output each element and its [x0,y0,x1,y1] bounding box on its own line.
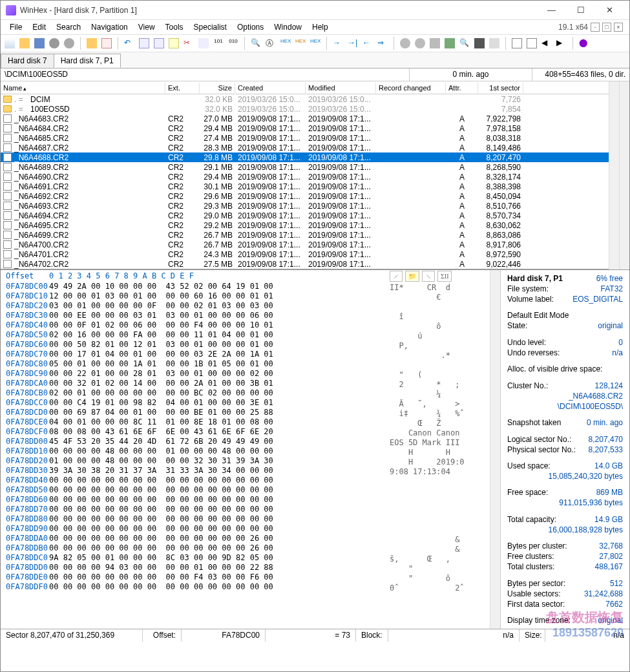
file-icon [3,211,12,220]
menu-file[interactable]: File [5,21,27,33]
disk2-icon[interactable] [64,38,74,48]
minimize-button[interactable]: — [537,1,566,20]
close-button[interactable]: ✕ [595,1,624,20]
panel1-icon[interactable] [512,38,522,48]
col-header[interactable]: Name [1,83,165,93]
menu-window[interactable]: Window [269,21,307,33]
menu-navigation[interactable]: Navigation [86,21,133,33]
menu-tools[interactable]: Tools [160,21,189,33]
file-table[interactable]: NameExt.SizeCreatedModifiedRecord change… [1,81,609,269]
fwd-icon[interactable]: ⇒ [377,38,388,48]
col-header[interactable]: 1st sector [478,83,523,93]
menu-specialist[interactable]: Specialist [189,21,232,33]
info-title: Hard disk 7, P1 [507,274,563,283]
table-row[interactable]: _N6A4700.CR2CR226.7 MB2019/09/08 17:1...… [1,240,609,249]
col-header[interactable]: Attr. [446,83,478,93]
file-icon [3,124,12,132]
hex2-icon[interactable]: 010 [228,38,238,48]
table-row[interactable]: _N6A4689.CR2CR229.1 MB2019/09/08 17:1...… [1,162,609,172]
clip-icon[interactable] [198,38,209,48]
table-row[interactable]: _N6A4693.CR2CR229.3 MB2019/09/08 17:1...… [1,201,609,211]
goto-end-icon[interactable]: →| [348,38,358,48]
nav-r-icon[interactable]: ▶ [556,38,567,48]
col-header[interactable]: Modified [306,83,376,93]
file-icon [3,221,12,229]
tab[interactable]: Hard disk 7 [1,54,54,68]
file-icon [3,114,12,123]
table-row[interactable]: . = 100EOS5D32.0 KB2019/03/26 15:0...201… [1,104,609,114]
menu-edit[interactable]: Edit [27,21,51,33]
hex-view[interactable]: Offset 0FA78DC000FA78DC100FA78DC200FA78D… [1,270,490,629]
file-icon [3,153,12,162]
hex10-icon[interactable]: 101 [213,38,224,48]
menu-help[interactable]: Help [307,21,333,33]
menu-view[interactable]: View [133,21,160,33]
findhex-icon[interactable]: HEX [280,38,291,48]
open-icon[interactable] [19,38,30,48]
statusbar: Sector 8,207,470 of 31,250,369 Offset: F… [1,629,629,642]
save-icon[interactable] [34,38,45,48]
goto-icon[interactable]: → [333,38,343,48]
panel2-icon[interactable] [527,38,537,48]
path-summary: 408+55=463 files, 0 dir. [532,68,629,81]
findhex2-icon[interactable]: HEX [295,38,306,48]
table-row[interactable]: _N6A4699.CR2CR226.7 MB2019/09/08 17:1...… [1,230,609,240]
table-row[interactable]: _N6A4684.CR2CR229.4 MB2019/09/08 17:1...… [1,123,609,133]
ascii-btn4[interactable]: ΣII [437,271,452,282]
table-header[interactable]: NameExt.SizeCreatedModifiedRecord change… [1,81,609,94]
hex-scrollbar[interactable] [490,270,500,629]
nav-l-icon[interactable]: ◀ [541,38,552,48]
table-row[interactable]: _N6A4692.CR2CR229.6 MB2019/09/08 17:1...… [1,191,609,201]
disk-b-icon[interactable] [415,38,425,48]
col-header[interactable]: Record changed [376,83,446,93]
disk-a-icon[interactable] [400,38,410,48]
ram-icon[interactable] [445,38,455,48]
back-icon[interactable]: ← [362,38,373,48]
folder-icon[interactable] [87,38,97,48]
findhex3-icon[interactable]: HEX [310,38,320,48]
table-row[interactable]: . = DCIM32.0 KB2019/03/26 15:0...2019/03… [1,94,609,104]
table-row[interactable]: _N6A4694.CR2CR229.0 MB2019/09/08 17:1...… [1,211,609,220]
mdi-min[interactable]: - [591,23,600,32]
undo-icon[interactable]: ↶ [124,38,134,48]
ascii-btn2[interactable]: 📁 [405,271,419,282]
menu-options[interactable]: Options [232,21,269,33]
window-title: WinHex - [Hard disk 7, Partition 1] [20,6,537,15]
table-row[interactable]: _N6A4690.CR2CR229.4 MB2019/09/08 17:1...… [1,172,609,182]
copy-icon[interactable] [139,38,149,48]
table-row[interactable]: _N6A4702.CR2CR227.5 MB2019/09/08 17:1...… [1,259,609,269]
col-header[interactable]: Size [200,83,235,93]
table-row[interactable]: _N6A4691.CR2CR230.1 MB2019/09/08 17:1...… [1,182,609,191]
file-icon [3,250,12,258]
doc-icon[interactable] [101,38,112,48]
ascii-btn3[interactable]: ⟍ [422,271,435,282]
findh-icon[interactable]: Ⓐ [266,38,276,48]
ascii-btn1[interactable]: ⟋ [390,271,403,282]
table-row[interactable]: _N6A4701.CR2CR224.3 MB2019/09/08 17:1...… [1,249,609,259]
camera-icon[interactable] [474,38,485,48]
magnify-icon[interactable]: 🔍 [459,38,470,48]
disk-c-icon[interactable] [430,38,440,48]
settings-icon[interactable]: ⬤ [579,38,589,48]
table-row[interactable]: _N6A4688.CR2CR229.8 MB2019/09/08 17:1...… [1,152,609,162]
table-row[interactable]: _N6A4683.CR2CR227.0 MB2019/09/08 17:1...… [1,114,609,123]
table-row[interactable]: _N6A4695.CR2CR229.2 MB2019/09/08 17:1...… [1,220,609,230]
menu-search[interactable]: Search [51,21,86,33]
cut-icon[interactable]: ✂ [184,38,194,48]
maximize-button[interactable]: ☐ [566,1,595,20]
col-header[interactable]: Created [235,83,306,93]
new-icon[interactable] [5,38,15,48]
paste-icon[interactable] [169,38,179,48]
copy2-icon[interactable] [154,38,164,48]
find-icon[interactable]: 🔍 [251,38,261,48]
table-row[interactable]: _N6A4685.CR2CR227.4 MB2019/09/08 17:1...… [1,133,609,143]
mdi-close[interactable]: × [614,23,623,32]
file-scrollbar[interactable] [609,81,619,269]
mdi-max[interactable]: □ [602,23,611,32]
table-row[interactable]: _N6A4687.CR2CR228.3 MB2019/09/08 17:1...… [1,143,609,152]
tab[interactable]: Hard disk 7, P1 [54,54,121,68]
calc-icon[interactable] [489,38,499,48]
disk-icon[interactable] [49,38,59,48]
ascii-toolbar[interactable]: ⟋ 📁 ⟍ ΣII [390,270,490,283]
col-header[interactable]: Ext. [165,83,200,93]
